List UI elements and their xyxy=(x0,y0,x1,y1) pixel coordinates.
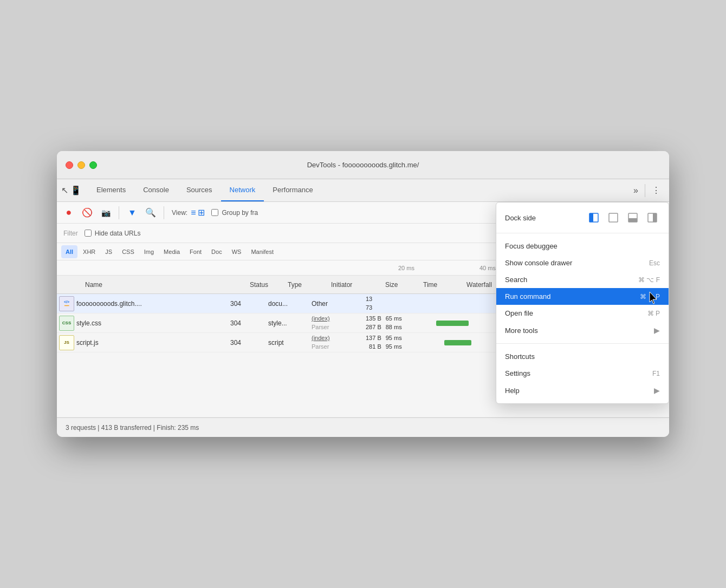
row-status: 304 xyxy=(230,319,268,327)
menu-show-console-drawer[interactable]: Show console drawer Esc xyxy=(496,254,669,271)
window-title: DevTools - fooooooooods.glitch.me/ xyxy=(307,161,419,169)
svg-rect-2 xyxy=(609,213,618,222)
menu-shortcuts[interactable]: Shortcuts xyxy=(496,348,669,365)
type-filter-ws[interactable]: WS xyxy=(228,245,246,258)
tabs-bar: ↖ 📱 Elements Console Sources Network Per… xyxy=(57,179,669,202)
dock-left-button[interactable] xyxy=(586,210,601,225)
group-by-label: Group by fra xyxy=(222,209,258,217)
minimize-button[interactable] xyxy=(77,161,85,169)
dock-undock-button[interactable] xyxy=(606,210,621,225)
type-filter-doc[interactable]: Doc xyxy=(207,245,226,258)
dock-side-section: Dock side xyxy=(496,202,669,233)
col-header-initiator[interactable]: Initiator xyxy=(331,281,385,289)
hide-data-urls-area: Hide data URLs xyxy=(85,230,141,237)
col-header-status[interactable]: Status xyxy=(250,281,288,289)
type-filter-manifest[interactable]: Manifest xyxy=(247,245,278,258)
row-initiator: (index) Parser xyxy=(312,334,366,351)
tabs-menu-button[interactable]: ⋮ xyxy=(647,183,665,198)
phone-icon: 📱 xyxy=(70,185,81,195)
row-status: 304 xyxy=(230,339,268,347)
row-initiator: (index) Parser xyxy=(312,315,366,331)
svg-rect-1 xyxy=(589,213,593,222)
tab-elements[interactable]: Elements xyxy=(88,179,134,201)
row-time: 95 ms 95 ms xyxy=(386,334,406,351)
type-filter-css[interactable]: CSS xyxy=(118,245,139,258)
tl-mark-40ms: 40 ms xyxy=(479,265,496,271)
row-name: fooooooooods.glitch.... xyxy=(76,300,230,308)
stop-button[interactable]: 🚫 xyxy=(80,205,95,220)
tabs-more-button[interactable]: » xyxy=(629,184,643,198)
hide-data-urls-label: Hide data URLs xyxy=(95,230,141,237)
status-text: 3 requests | 413 B transferred | Finish:… xyxy=(66,424,199,432)
record-button[interactable]: ● xyxy=(61,205,76,220)
menu-open-file[interactable]: Open file ⌘ P xyxy=(496,305,669,322)
dock-bottom-button[interactable] xyxy=(625,210,640,225)
filter-button[interactable]: ▼ xyxy=(125,205,140,220)
tab-sources[interactable]: Sources xyxy=(178,179,221,201)
hide-data-urls-checkbox[interactable] xyxy=(85,230,92,237)
row-type: docu... xyxy=(268,300,312,308)
menu-group-2: Shortcuts Settings F1 Help ▶ xyxy=(496,344,669,403)
dock-side-row: Dock side xyxy=(496,207,669,228)
menu-search[interactable]: Search ⌘ ⌥ F xyxy=(496,271,669,288)
row-status: 304 xyxy=(230,300,268,308)
col-header-size[interactable]: Size xyxy=(385,281,423,289)
row-size: 13 73 xyxy=(366,295,377,312)
camera-button[interactable]: 📷 xyxy=(98,205,113,220)
toolbar-separator-2 xyxy=(164,206,164,219)
status-bar: 3 requests | 413 B transferred | Finish:… xyxy=(57,417,669,437)
row-size: 135 B 287 B xyxy=(366,315,386,331)
view-label: View: xyxy=(172,209,187,217)
row-time: 65 ms 88 ms xyxy=(386,315,406,331)
traffic-lights xyxy=(66,161,97,169)
col-header-time[interactable]: Time xyxy=(423,281,466,289)
tl-mark-20ms: 20 ms xyxy=(398,265,414,271)
row-type: script xyxy=(268,339,312,347)
tab-network[interactable]: Network xyxy=(221,179,264,201)
type-filter-xhr[interactable]: XHR xyxy=(79,245,100,258)
search-button[interactable]: 🔍 xyxy=(143,205,158,220)
svg-rect-4 xyxy=(628,218,637,222)
type-filter-all[interactable]: All xyxy=(61,245,77,258)
type-filter-font[interactable]: Font xyxy=(185,245,206,258)
view-buttons: ≡ ⊞ xyxy=(191,207,218,218)
row-icon-doc: </> ━━ xyxy=(57,294,76,313)
dock-icons xyxy=(586,210,660,225)
type-filter-js[interactable]: JS xyxy=(101,245,116,258)
devtools-window: DevTools - fooooooooods.glitch.me/ ↖ 📱 E… xyxy=(57,151,669,437)
toolbar-separator-1 xyxy=(119,206,119,219)
tab-console[interactable]: Console xyxy=(134,179,178,201)
dock-side-label: Dock side xyxy=(505,214,536,222)
view-compact-button[interactable]: ⊞ xyxy=(198,207,205,218)
maximize-button[interactable] xyxy=(89,161,97,169)
tab-performance[interactable]: Performance xyxy=(264,179,321,201)
row-name: script.js xyxy=(76,339,230,347)
type-filter-media[interactable]: Media xyxy=(159,245,184,258)
col-header-name[interactable]: Name xyxy=(76,281,250,289)
row-name: style.css xyxy=(76,319,230,327)
menu-group-1: Focus debuggee Show console drawer Esc S… xyxy=(496,233,669,344)
menu-run-command[interactable]: Run command ⌘ ⇧ P xyxy=(496,288,669,305)
dock-right-button[interactable] xyxy=(645,210,660,225)
filter-input-label: Filter xyxy=(63,230,78,237)
titlebar: DevTools - fooooooooods.glitch.me/ xyxy=(57,151,669,179)
menu-help[interactable]: Help ▶ xyxy=(496,382,669,399)
svg-rect-6 xyxy=(653,213,657,222)
devtools-menu: Dock side xyxy=(496,202,669,404)
menu-focus-debuggee[interactable]: Focus debuggee xyxy=(496,238,669,254)
waterfall-checkbox[interactable] xyxy=(211,209,218,216)
col-header-type[interactable]: Type xyxy=(288,281,331,289)
row-size: 137 B 81 B xyxy=(366,334,386,351)
cursor-icon: ↖ xyxy=(61,185,68,195)
menu-more-tools[interactable]: More tools ▶ xyxy=(496,322,669,339)
row-icon-js: JS xyxy=(57,333,76,352)
menu-settings[interactable]: Settings F1 xyxy=(496,365,669,382)
row-initiator: Other xyxy=(312,300,366,308)
view-list-button[interactable]: ≡ xyxy=(191,208,196,218)
row-icon-css: CSS xyxy=(57,313,76,333)
type-filter-img[interactable]: Img xyxy=(140,245,158,258)
tabs-right: » ⋮ xyxy=(629,179,665,201)
row-type: style... xyxy=(268,319,312,327)
close-button[interactable] xyxy=(66,161,73,169)
